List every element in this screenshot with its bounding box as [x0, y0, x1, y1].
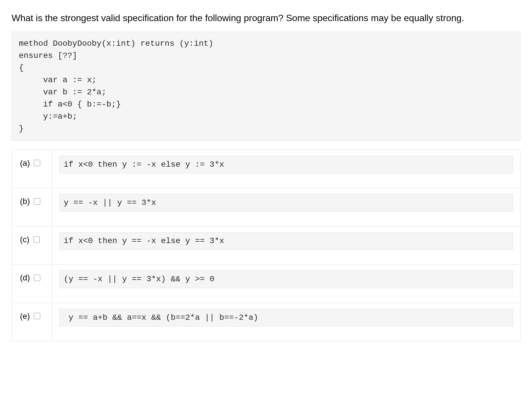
option-row: (c) if x<0 then y == -x else y == 3*x — [12, 226, 520, 265]
option-checkbox-b[interactable] — [34, 198, 40, 205]
option-row: (e) y == a+b && a==x && (b==2*a || b==-2… — [12, 303, 520, 341]
option-label-b: (b) — [20, 197, 30, 206]
option-row: (b) y == -x || y == 3*x — [12, 188, 520, 226]
option-label-c: (c) — [20, 235, 30, 244]
option-row: (a) if x<0 then y := -x else y := 3*x — [12, 150, 520, 188]
options-table: (a) if x<0 then y := -x else y := 3*x (b… — [12, 150, 520, 341]
option-code-b: y == -x || y == 3*x — [59, 194, 513, 212]
option-checkbox-d[interactable] — [34, 275, 40, 281]
option-checkbox-c[interactable] — [33, 236, 40, 243]
option-label-e: (e) — [20, 312, 30, 321]
option-label-a: (a) — [20, 159, 30, 168]
option-checkbox-a[interactable] — [34, 160, 40, 166]
option-code-d: (y == -x || y == 3*x) && y >= 0 — [59, 270, 513, 288]
option-row: (d) (y == -x || y == 3*x) && y >= 0 — [12, 265, 520, 303]
option-code-a: if x<0 then y := -x else y := 3*x — [59, 156, 513, 173]
option-code-e: y == a+b && a==x && (b==2*a || b==-2*a) — [59, 309, 513, 326]
program-code-block: method DoobyDooby(x:int) returns (y:int)… — [12, 32, 520, 141]
question-text: What is the strongest valid specificatio… — [12, 12, 520, 25]
option-code-c: if x<0 then y == -x else y == 3*x — [59, 232, 513, 250]
option-label-d: (d) — [20, 273, 30, 282]
option-checkbox-e[interactable] — [34, 313, 40, 319]
